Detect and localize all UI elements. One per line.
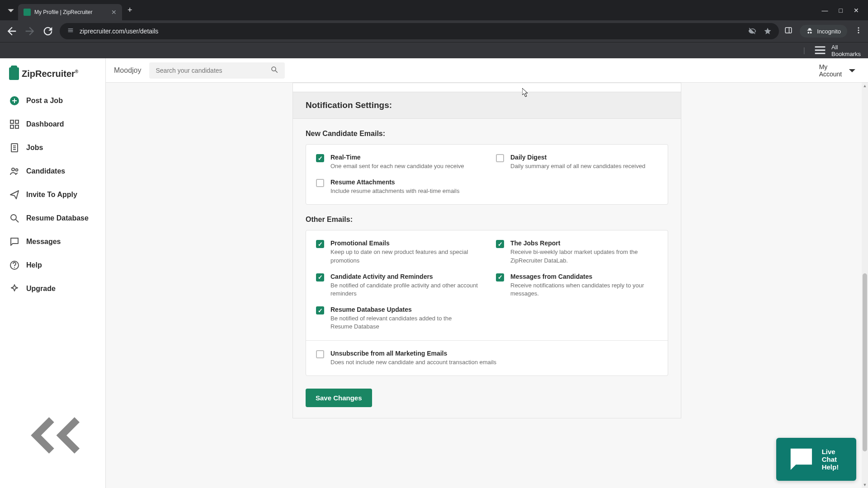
sidebar-item-invite[interactable]: Invite To Apply [0, 183, 105, 206]
send-icon [9, 189, 20, 200]
back-button[interactable] [5, 25, 18, 38]
option-desc: Be notified of candidate profile activit… [330, 282, 478, 298]
checkbox-promotional[interactable]: ✓ [316, 240, 324, 248]
checkbox-jobs-report[interactable]: ✓ [496, 240, 504, 248]
svg-line-21 [276, 70, 278, 73]
sidebar-item-label: Messages [26, 238, 61, 246]
option-jobs-report: ✓ The Jobs Report Receive bi-weekly labo… [496, 239, 658, 264]
checkbox-daily-digest[interactable] [496, 154, 504, 162]
checkbox-resume-db-updates[interactable]: ✓ [316, 306, 324, 314]
sidebar-item-label: Upgrade [26, 285, 56, 293]
bookmark-star-icon[interactable] [764, 26, 772, 36]
reload-button[interactable] [42, 25, 54, 38]
url-text: ziprecruiter.com/user/details [80, 28, 743, 35]
option-label: Promotional Emails [330, 239, 478, 247]
panel-icon[interactable] [784, 26, 793, 36]
incognito-badge[interactable]: Incognito [800, 25, 847, 38]
svg-rect-0 [785, 28, 792, 33]
all-bookmarks-link[interactable]: All Bookmarks [812, 42, 861, 58]
checkbox-activity-reminders[interactable]: ✓ [316, 273, 324, 282]
sidebar-item-help[interactable]: Help [0, 253, 105, 277]
search-box[interactable] [149, 62, 285, 79]
grid-icon [9, 119, 20, 130]
sidebar-item-messages[interactable]: Messages [0, 230, 105, 253]
app-root: ZipRecruiter® Post a Job Dashboard Jobs … [0, 58, 868, 488]
plus-circle-icon [9, 95, 20, 106]
option-unsubscribe: Unsubscribe from all Marketing Emails Do… [316, 350, 658, 366]
option-resume-attachments: Resume Attachments Include resume attach… [316, 178, 658, 195]
option-label: Candidate Activity and Reminders [330, 273, 478, 280]
checkbox-resume-attachments[interactable] [316, 179, 324, 187]
eye-off-icon[interactable] [748, 26, 756, 36]
window-controls: — □ ✕ [822, 7, 864, 14]
logo[interactable]: ZipRecruiter® [0, 64, 105, 89]
option-promotional: ✓ Promotional Emails Keep up to date on … [316, 239, 478, 264]
minimize-button[interactable]: — [822, 7, 828, 14]
tab-search-dropdown[interactable] [4, 3, 18, 18]
address-bar[interactable]: ziprecruiter.com/user/details [60, 23, 779, 39]
account-menu[interactable]: My Account [819, 63, 860, 78]
workspace-name[interactable]: Moodjoy [114, 66, 141, 75]
sidebar-item-label: Jobs [26, 144, 43, 152]
other-emails-box: ✓ Promotional Emails Keep up to date on … [306, 230, 668, 375]
svg-point-19 [14, 267, 15, 268]
checkbox-realtime[interactable]: ✓ [316, 154, 324, 162]
sidebar-item-label: Invite To Apply [26, 191, 77, 199]
scrollbar-thumb[interactable] [863, 273, 867, 452]
scroll-up-icon[interactable]: ▲ [862, 83, 868, 89]
search-submit-icon[interactable] [270, 66, 278, 75]
sidebar-item-jobs[interactable]: Jobs [0, 136, 105, 160]
sidebar-item-upgrade[interactable]: Upgrade [0, 277, 105, 300]
scroll-down-icon[interactable]: ▼ [862, 482, 868, 488]
account-label: My Account [819, 63, 842, 78]
option-desc: Be notified of relevant candidates added… [330, 314, 471, 331]
option-desc: One email sent for each new candidate yo… [330, 162, 464, 170]
browser-toolbar: ziprecruiter.com/user/details Incognito [0, 20, 868, 42]
sparkle-icon [9, 283, 20, 294]
browser-menu-icon[interactable] [854, 26, 863, 36]
sidebar-item-label: Candidates [26, 167, 65, 175]
option-messages-candidates: ✓ Messages from Candidates Receive notif… [496, 273, 658, 298]
scrollbar[interactable]: ▲ ▼ [862, 83, 868, 488]
tab-title: My Profile | ZipRecruiter [34, 9, 108, 15]
checkbox-unsubscribe[interactable] [316, 350, 324, 358]
sidebar-item-resume-db[interactable]: Resume Database [0, 206, 105, 230]
browser-tab[interactable]: My Profile | ZipRecruiter ✕ [18, 4, 122, 20]
live-chat-button[interactable]: Live Chat Help! [776, 438, 856, 481]
svg-point-4 [858, 32, 859, 33]
header-bar: Moodjoy My Account [106, 58, 868, 83]
option-daily-digest: Daily Digest Daily summary email of all … [496, 154, 658, 170]
maximize-button[interactable]: □ [839, 7, 843, 14]
close-window-button[interactable]: ✕ [854, 7, 859, 14]
tab-close-icon[interactable]: ✕ [111, 9, 117, 16]
option-label: Messages from Candidates [510, 273, 658, 280]
new-candidate-title: New Candidate Emails: [306, 130, 668, 138]
svg-rect-7 [15, 120, 19, 123]
sidebar-item-dashboard[interactable]: Dashboard [0, 113, 105, 136]
bookmarks-bar: | All Bookmarks [0, 42, 868, 58]
forward-button[interactable] [24, 25, 36, 38]
option-desc: Receive notifications when candidates re… [510, 282, 658, 298]
document-icon [9, 142, 20, 153]
sidebar-item-label: Resume Database [26, 214, 89, 222]
site-info-icon[interactable] [67, 27, 74, 36]
chat-icon [9, 236, 20, 247]
collapse-sidebar-button[interactable] [0, 383, 105, 488]
svg-rect-9 [15, 125, 19, 128]
sidebar-item-candidates[interactable]: Candidates [0, 160, 105, 183]
svg-point-2 [858, 27, 859, 28]
option-desc: Include resume attachments with real-tim… [330, 187, 459, 195]
search-input[interactable] [156, 67, 266, 74]
option-resume-db-updates: ✓ Resume Database Updates Be notified of… [316, 306, 658, 331]
logo-icon [9, 67, 19, 80]
sidebar-item-post-job[interactable]: Post a Job [0, 89, 105, 113]
option-label: Daily Digest [510, 154, 645, 161]
checkbox-messages-candidates[interactable]: ✓ [496, 273, 504, 282]
svg-line-17 [16, 220, 19, 222]
new-tab-button[interactable]: + [127, 5, 132, 15]
option-label: Real-Time [330, 154, 464, 161]
section-header: Notification Settings: [292, 92, 681, 119]
save-changes-button[interactable]: Save Changes [306, 389, 372, 407]
logo-text: ZipRecruiter® [22, 69, 78, 79]
svg-point-3 [858, 30, 859, 31]
